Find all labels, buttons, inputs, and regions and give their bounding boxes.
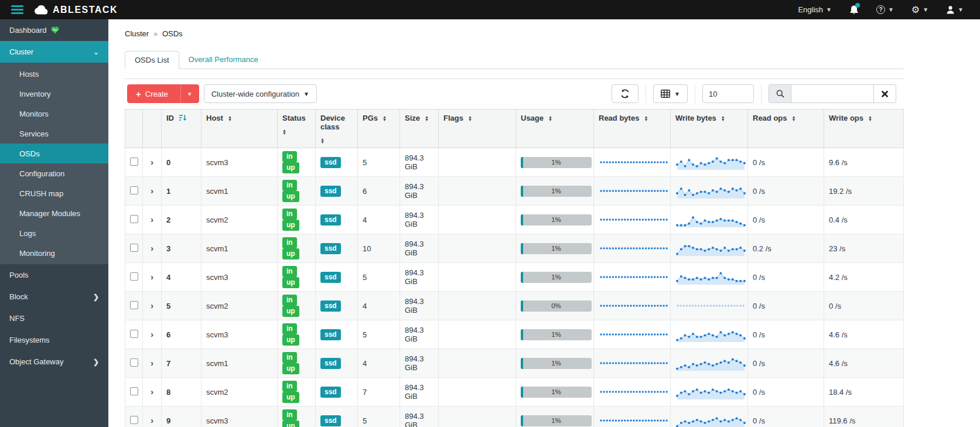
create-dropdown-toggle[interactable]: ▼ [180, 85, 199, 103]
expand-row-button[interactable]: › [151, 329, 153, 339]
help-dropdown[interactable]: ?▼ [876, 5, 894, 14]
search-input[interactable] [791, 84, 874, 103]
sort-icon: ▲▼ [792, 114, 796, 121]
row-checkbox[interactable] [130, 272, 138, 281]
row-checkbox[interactable] [130, 330, 138, 338]
size-cell: 894.3 GiB [400, 349, 439, 378]
row-checkbox[interactable] [130, 387, 138, 395]
search-addon [769, 84, 791, 103]
usage-percent: 1% [521, 329, 592, 340]
breadcrumb-parent[interactable]: Cluster [125, 29, 149, 38]
usage-percent: 1% [521, 358, 592, 369]
sort-icon: ▲▼ [468, 114, 472, 121]
sidebar-item-inventory[interactable]: Inventory [0, 84, 108, 104]
row-checkbox[interactable] [130, 215, 138, 223]
sidebar-item-dashboard[interactable]: Dashboard [0, 19, 108, 41]
sidebar-item-hosts[interactable]: Hosts [0, 64, 108, 84]
expand-row-button[interactable]: › [151, 358, 153, 368]
expand-cell: › [143, 206, 162, 234]
expand-row-button[interactable]: › [151, 157, 153, 167]
column-header-status[interactable]: Status▲▼ [278, 110, 316, 148]
tab-osds-list[interactable]: OSDs List [125, 51, 179, 69]
row-checkbox[interactable] [130, 416, 138, 424]
column-header-usage[interactable]: Usage▲▼ [516, 110, 594, 148]
expand-row-button[interactable]: › [151, 243, 153, 253]
sidebar-item-filesystems[interactable]: Filesystems [0, 329, 108, 351]
expand-cell: › [143, 292, 162, 320]
read-ops-cell: 0 /s [748, 406, 824, 427]
usage-bar: 1% [521, 157, 592, 168]
read-bytes-sparkline [599, 182, 665, 200]
row-checkbox[interactable] [130, 358, 138, 367]
expand-cell: › [143, 378, 162, 406]
expand-row-button[interactable]: › [151, 214, 153, 224]
row-checkbox[interactable] [130, 301, 138, 309]
device-class-badge: ssd [320, 358, 341, 369]
read-bytes-cell [594, 177, 671, 206]
row-checkbox[interactable] [130, 244, 138, 252]
usage-cell: 0% [516, 292, 594, 320]
create-button[interactable]: +Create ▼ [127, 84, 199, 103]
notifications-button[interactable] [849, 5, 859, 15]
sidebar-item-block[interactable]: Block ❯ [0, 286, 108, 308]
write-ops-cell: 119.6 /s [824, 406, 904, 427]
column-header-size[interactable]: Size▲▼ [400, 110, 439, 148]
flags-cell [439, 206, 516, 234]
column-header-pgs[interactable]: PGs▲▼ [358, 110, 400, 148]
row-checkbox[interactable] [130, 158, 138, 166]
osd-id-cell: 3 [162, 234, 202, 263]
device-class-badge: ssd [320, 329, 341, 340]
device-class-badge: ssd [320, 214, 341, 226]
row-checkbox[interactable] [130, 186, 138, 194]
sidebar-item-nfs[interactable]: NFS [0, 308, 108, 329]
user-dropdown[interactable]: ▼ [946, 5, 964, 14]
page-size-input[interactable] [702, 84, 754, 103]
sidebar-toggle-icon[interactable] [0, 5, 34, 14]
sidebar-item-crush-map[interactable]: CRUSH map [0, 183, 108, 203]
sidebar-item-osds[interactable]: OSDs [0, 144, 108, 163]
tab-overall-performance[interactable]: Overall Performance [179, 51, 268, 69]
column-header-flags[interactable]: Flags▲▼ [439, 110, 516, 148]
settings-dropdown[interactable]: ⚙▼ [911, 5, 928, 15]
sidebar-item-cluster[interactable]: Cluster ⌄ [0, 41, 108, 63]
column-header-read-ops[interactable]: Read ops▲▼ [748, 110, 824, 148]
cluster-wide-configuration-dropdown[interactable]: Cluster-wide configuration ▼ [204, 84, 317, 103]
sort-ascending-icon [179, 114, 187, 122]
column-header-read-bytes[interactable]: Read bytes▲▼ [594, 110, 671, 148]
column-toggle-dropdown[interactable]: ▼ [653, 84, 688, 103]
expand-row-button[interactable]: › [151, 272, 153, 282]
expand-row-button[interactable]: › [151, 387, 153, 397]
device-class-cell: ssd [316, 378, 358, 406]
sidebar-item-logs[interactable]: Logs [0, 223, 108, 243]
column-header-write-ops[interactable]: Write ops▲▼ [824, 110, 904, 148]
sidebar-item-pools[interactable]: Pools [0, 264, 108, 286]
size-cell: 894.3 GiB [400, 292, 439, 320]
column-header-device-class[interactable]: Device class▲▼ [316, 110, 358, 148]
column-header-write-bytes[interactable]: Write bytes▲▼ [671, 110, 748, 148]
sidebar-item-label: OSDs [19, 149, 40, 158]
usage-bar: 1% [521, 329, 592, 340]
expand-row-button[interactable]: › [151, 300, 153, 310]
sidebar-item-configuration[interactable]: Configuration [0, 163, 108, 183]
status-badge-in: in [282, 209, 297, 220]
refresh-button[interactable] [612, 84, 638, 103]
checkbox-cell [125, 177, 143, 206]
sidebar-item-services[interactable]: Services [0, 124, 108, 144]
sidebar-item-monitoring[interactable]: Monitoring [0, 243, 108, 263]
close-icon [882, 91, 888, 97]
sidebar-item-monitors[interactable]: Monitors [0, 104, 108, 124]
write-bytes-sparkline [675, 153, 743, 171]
write-bytes-cell [671, 148, 748, 177]
table-row: ›0scvm3in upssd5894.3 GiB1%0 /s9.6 /s [125, 148, 904, 177]
expand-row-button[interactable]: › [151, 415, 153, 425]
clear-search-button[interactable] [874, 84, 896, 103]
language-dropdown[interactable]: English▼ [798, 5, 832, 14]
column-header-host[interactable]: Host▲▼ [202, 110, 278, 148]
write-ops-cell: 4.2 /s [824, 263, 904, 292]
column-label: Flags [443, 114, 463, 122]
column-header-id[interactable]: ID [162, 110, 202, 148]
expand-row-button[interactable]: › [151, 186, 153, 196]
sidebar-item-object-gateway[interactable]: Object Gateway ❯ [0, 351, 108, 373]
sidebar-item-manager-modules[interactable]: Manager Modules [0, 203, 108, 223]
read-bytes-cell [594, 349, 671, 378]
